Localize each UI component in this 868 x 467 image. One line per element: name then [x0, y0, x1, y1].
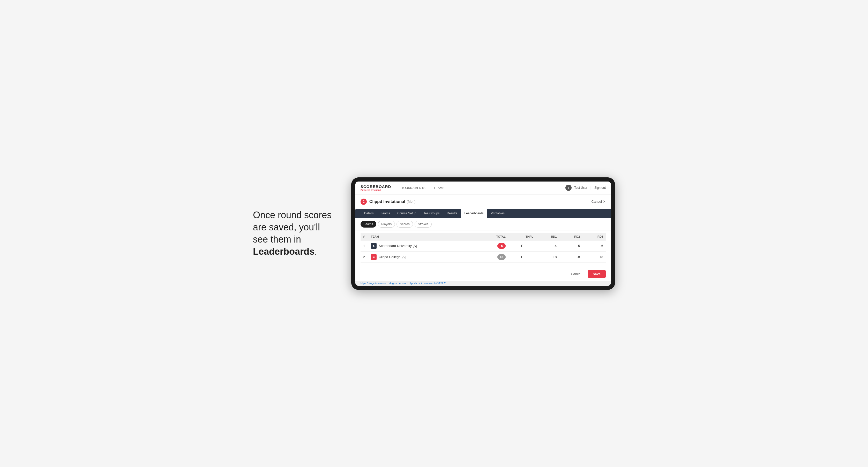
- sidebar-text-line1: Once round scores are saved, you'll see …: [253, 210, 332, 245]
- nav-links: TOURNAMENTS TEAMS: [397, 182, 448, 194]
- cell-thru-1: F: [508, 251, 536, 262]
- user-avatar: S: [565, 185, 571, 191]
- tournament-gender: (Men): [407, 199, 416, 204]
- tournament-cancel-button[interactable]: Cancel ✕: [591, 199, 606, 204]
- team-name-0: Scoreboard University [A]: [379, 244, 417, 248]
- user-name: Test User: [574, 186, 587, 190]
- sidebar-text-line3: .: [314, 246, 317, 257]
- cell-rd2-0: +5: [559, 240, 583, 251]
- tab-leaderboards[interactable]: Leaderboards: [461, 209, 487, 218]
- sub-tab-scores[interactable]: Scores: [397, 221, 413, 227]
- nav-right: S Test User | Sign out: [565, 185, 606, 191]
- tab-course-setup[interactable]: Course Setup: [394, 209, 420, 218]
- sign-out-link[interactable]: Sign out: [594, 186, 606, 190]
- leaderboard-table: # TEAM TOTAL THRU RD1 RD2 RD3 1 S: [361, 233, 606, 263]
- cell-rank-0: 1: [361, 240, 368, 251]
- main-tabs: Details Teams Course Setup Tee Groups Re…: [355, 209, 611, 218]
- cell-rank-1: 2: [361, 251, 368, 262]
- cell-rd1-1: +8: [536, 251, 559, 262]
- table-row: 2 C Clippd College [A] +3 F +8 -8 +3: [361, 251, 606, 262]
- cell-rd2-1: -8: [559, 251, 583, 262]
- logo-area: SCOREBOARD Powered by clippd: [361, 184, 391, 191]
- col-rank: #: [361, 233, 368, 241]
- cell-total-1: +3: [477, 251, 508, 262]
- url-bar: https://stage-blue-coach.stagescoreboard…: [355, 281, 611, 286]
- sub-tab-players[interactable]: Players: [378, 221, 395, 227]
- tournament-header: C Clippd Invitational (Men) Cancel ✕: [361, 198, 606, 205]
- tab-details[interactable]: Details: [361, 209, 377, 218]
- app-logo-sub: Powered by clippd: [361, 189, 391, 191]
- tab-tee-groups[interactable]: Tee Groups: [420, 209, 443, 218]
- main-content: C Clippd Invitational (Men) Cancel ✕ Det…: [355, 194, 611, 267]
- footer-save-button[interactable]: Save: [588, 270, 606, 278]
- url-text: https://stage-blue-coach.stagescoreboard…: [361, 282, 446, 285]
- cell-rd3-0: -6: [583, 240, 606, 251]
- footer-cancel-button[interactable]: Cancel: [568, 271, 584, 277]
- table-row: 1 S Scoreboard University [A] -5 F -4 +5…: [361, 240, 606, 251]
- team-logo-0: S: [371, 243, 377, 249]
- nav-link-teams[interactable]: TEAMS: [430, 182, 448, 194]
- tab-teams[interactable]: Teams: [377, 209, 394, 218]
- cell-rd3-1: +3: [583, 251, 606, 262]
- page-wrapper: Once round scores are saved, you'll see …: [253, 177, 615, 290]
- top-nav: SCOREBOARD Powered by clippd TOURNAMENTS…: [355, 182, 611, 194]
- cell-rd1-0: -4: [536, 240, 559, 251]
- sidebar-text-line2: Leaderboards: [253, 246, 314, 257]
- cell-thru-0: F: [508, 240, 536, 251]
- team-logo-1: C: [371, 254, 377, 260]
- col-rd1: RD1: [536, 233, 559, 241]
- sub-tabs: Teams Players Scores Strokes: [355, 218, 611, 230]
- sub-tab-teams[interactable]: Teams: [361, 221, 376, 227]
- tablet-frame: SCOREBOARD Powered by clippd TOURNAMENTS…: [351, 177, 615, 290]
- tablet-screen: SCOREBOARD Powered by clippd TOURNAMENTS…: [355, 182, 611, 286]
- col-rd3: RD3: [583, 233, 606, 241]
- team-name-1: Clippd College [A]: [379, 255, 406, 259]
- cell-team-0: S Scoreboard University [A]: [368, 240, 477, 251]
- score-badge-0: -5: [497, 243, 506, 249]
- cell-team-1: C Clippd College [A]: [368, 251, 477, 262]
- cell-total-0: -5: [477, 240, 508, 251]
- col-thru: THRU: [508, 233, 536, 241]
- tournament-name: Clippd Invitational: [369, 199, 405, 204]
- nav-link-tournaments[interactable]: TOURNAMENTS: [397, 182, 429, 194]
- col-team: TEAM: [368, 233, 477, 241]
- nav-separator: |: [590, 186, 591, 190]
- tab-printables[interactable]: Printables: [487, 209, 508, 218]
- score-badge-1: +3: [497, 254, 506, 260]
- col-rd2: RD2: [559, 233, 583, 241]
- sidebar-description: Once round scores are saved, you'll see …: [253, 209, 336, 257]
- col-total: TOTAL: [477, 233, 508, 241]
- table-header-row: # TEAM TOTAL THRU RD1 RD2 RD3: [361, 233, 606, 241]
- sub-tab-strokes[interactable]: Strokes: [414, 221, 432, 227]
- tournament-logo: C: [361, 198, 367, 205]
- footer: Cancel Save: [355, 267, 611, 281]
- tab-results[interactable]: Results: [443, 209, 461, 218]
- app-logo: SCOREBOARD: [361, 184, 391, 189]
